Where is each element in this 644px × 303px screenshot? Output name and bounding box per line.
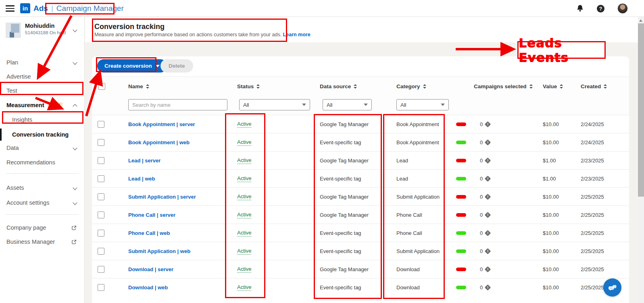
- sidebar-item-plan[interactable]: Plan: [0, 56, 85, 68]
- sidebar-item-company-page[interactable]: Company page: [0, 222, 85, 234]
- data-source-label: Google Tag Manager: [320, 121, 369, 127]
- column-header-status[interactable]: Status: [237, 77, 260, 96]
- status-active-link[interactable]: Active: [237, 193, 251, 200]
- row-checkbox[interactable]: [98, 139, 104, 146]
- status-active-link[interactable]: Active: [237, 266, 251, 273]
- status-active-link[interactable]: Active: [237, 157, 251, 164]
- caret-down-icon: [364, 104, 368, 106]
- category-label: Download: [396, 260, 469, 278]
- sort-icon: [354, 84, 357, 89]
- page-title: Conversion tracking: [94, 23, 165, 31]
- hamburger-menu-icon[interactable]: [6, 5, 15, 12]
- conversion-name-link[interactable]: Submit Application | web: [128, 248, 190, 254]
- data-source-filter-dropdown[interactable]: All: [323, 99, 372, 110]
- conversion-name-link[interactable]: Submit Application | server: [128, 194, 196, 200]
- data-source-label: Event-specific tag: [320, 230, 361, 236]
- created-date-label: 2/25/2025: [581, 224, 625, 242]
- row-checkbox[interactable]: [98, 284, 104, 291]
- row-checkbox[interactable]: [98, 121, 104, 128]
- value-label: $10.00: [543, 278, 579, 297]
- row-checkbox[interactable]: [98, 230, 104, 237]
- learn-more-link[interactable]: Learn more: [283, 32, 311, 37]
- status-active-link[interactable]: Active: [237, 284, 251, 291]
- created-date-label: 2/23/2025: [581, 170, 625, 188]
- row-checkbox[interactable]: [98, 157, 104, 164]
- warning-diamond-icon: !: [485, 139, 491, 146]
- conversion-name-link[interactable]: Phone Call | server: [128, 212, 175, 218]
- column-header-value[interactable]: Value: [543, 77, 563, 96]
- brand-wordmark[interactable]: in Ads | Campaign Manager: [20, 3, 124, 13]
- status-active-link[interactable]: Active: [237, 248, 251, 255]
- data-source-label: Google Tag Manager: [320, 194, 369, 200]
- table-row: Lead | web Active Event-specific tag Lea…: [92, 169, 629, 187]
- status-filter-dropdown[interactable]: All: [239, 99, 310, 110]
- row-checkbox[interactable]: [98, 248, 104, 255]
- sidebar-item-insights[interactable]: Insights: [0, 114, 85, 126]
- help-chat-button[interactable]: [603, 278, 621, 297]
- warning-diamond-icon: !: [485, 266, 491, 273]
- campaigns-count: 0: [480, 194, 483, 200]
- column-header-category[interactable]: Category: [396, 77, 426, 96]
- conversion-name-link[interactable]: Download | server: [128, 266, 173, 272]
- row-checkbox[interactable]: [98, 193, 104, 200]
- category-filter-dropdown[interactable]: All: [396, 99, 449, 110]
- column-header-data-source[interactable]: Data source: [320, 77, 357, 96]
- sidebar-item-recommendations[interactable]: Recommendations: [0, 156, 85, 168]
- column-header-campaigns[interactable]: Campaigns selected: [474, 77, 533, 96]
- conversion-name-link[interactable]: Download | web: [128, 284, 168, 291]
- caret-down-icon: [441, 104, 445, 106]
- sidebar-item-assets[interactable]: Assets: [0, 182, 85, 194]
- create-conversion-button[interactable]: Create conversion: [97, 59, 167, 73]
- row-checkbox[interactable]: [98, 175, 104, 182]
- campaigns-count: 0: [480, 176, 483, 182]
- table-row: Submit Application | server Active Googl…: [92, 187, 629, 205]
- sort-icon: [256, 84, 260, 89]
- status-active-link[interactable]: Active: [237, 212, 251, 218]
- sidebar-item-measurement[interactable]: Measurement NEW: [0, 99, 85, 111]
- sidebar-item-business-manager[interactable]: Business Manager: [0, 236, 85, 248]
- sidebar-item-test[interactable]: Test: [0, 85, 85, 97]
- select-all-checkbox[interactable]: [98, 83, 105, 90]
- scrollbar-thumb[interactable]: [638, 23, 644, 197]
- profile-avatar[interactable]: [617, 3, 628, 14]
- data-source-label: Google Tag Manager: [320, 266, 369, 272]
- status-active-link[interactable]: Active: [237, 139, 251, 146]
- conversion-name-link[interactable]: Book Appointment | web: [128, 139, 190, 145]
- delete-button[interactable]: Delete: [160, 59, 193, 73]
- created-date-label: 2/25/2025: [581, 188, 625, 206]
- value-label: $10.00: [543, 206, 579, 224]
- value-label: $10.00: [543, 242, 579, 260]
- category-label: Download: [396, 278, 469, 297]
- row-checkbox[interactable]: [98, 212, 104, 218]
- category-label: Lead: [396, 170, 469, 188]
- external-link-icon: [71, 225, 77, 230]
- sidebar-item-data[interactable]: Data: [0, 142, 85, 154]
- table-header-row: Name Status Data source Category Campaig…: [92, 77, 629, 95]
- conversion-name-link[interactable]: Book Appointment | server: [128, 121, 195, 127]
- scrollbar-up-arrow[interactable]: [639, 19, 642, 22]
- column-header-created[interactable]: Created: [581, 77, 607, 96]
- notifications-bell-icon[interactable]: [576, 4, 584, 12]
- table-row: Lead | server Active Google Tag Manager …: [92, 151, 629, 169]
- data-source-label: Event-specific tag: [320, 139, 361, 145]
- status-active-link[interactable]: Active: [237, 175, 251, 182]
- conversion-name-link[interactable]: Lead | server: [128, 158, 160, 164]
- warning-diamond-icon: !: [485, 158, 491, 164]
- status-active-link[interactable]: Active: [237, 230, 251, 237]
- top-navbar: in Ads | Campaign Manager ?: [0, 0, 644, 17]
- status-active-link[interactable]: Active: [237, 121, 251, 128]
- conversion-name-link[interactable]: Lead | web: [128, 176, 155, 182]
- category-label: Phone Call: [396, 224, 469, 242]
- account-selector[interactable]: Mohiuddin 514043188 On hold: [0, 21, 85, 40]
- row-checkbox[interactable]: [98, 266, 104, 273]
- search-input[interactable]: [128, 99, 227, 110]
- column-header-name[interactable]: Name: [128, 77, 149, 96]
- sidebar-item-account-settings[interactable]: Account settings: [0, 197, 85, 209]
- conversion-name-link[interactable]: Phone Call | web: [128, 230, 170, 236]
- warning-diamond-icon: !: [485, 212, 491, 218]
- help-question-icon[interactable]: ?: [597, 5, 604, 12]
- value-label: $10.00: [543, 188, 579, 206]
- sidebar-item-advertise[interactable]: Advertise: [0, 71, 85, 83]
- sidebar-item-conversion-tracking[interactable]: Conversion tracking: [0, 129, 85, 141]
- external-link-icon: [71, 239, 77, 245]
